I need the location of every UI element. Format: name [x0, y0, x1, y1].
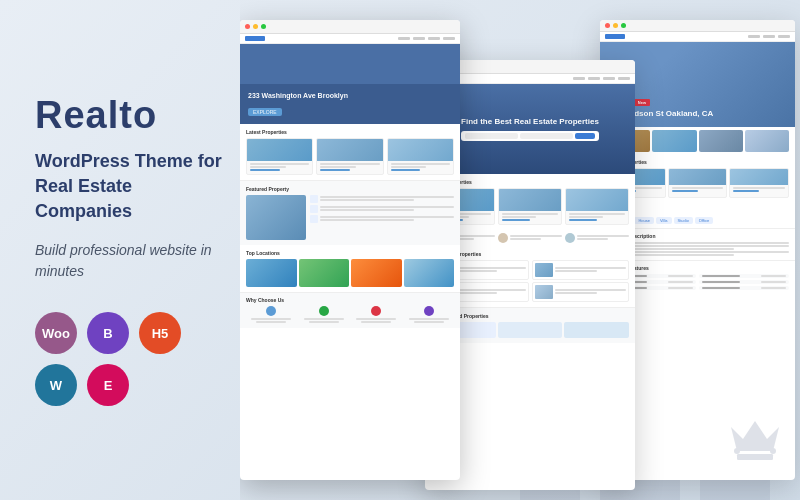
ss3-thumb-4 — [745, 130, 789, 152]
ss3-header — [600, 20, 795, 32]
ss1-why-line — [361, 321, 391, 323]
svg-rect-6 — [737, 454, 773, 460]
ss2-agent-2 — [498, 233, 562, 243]
ss3-navbar — [600, 32, 795, 42]
ss1-featured-content — [246, 195, 454, 240]
ss1-loc-grid — [246, 259, 454, 287]
ss3-feat-val — [668, 275, 693, 277]
ss1-why-4 — [404, 306, 454, 324]
ss1-line — [320, 166, 356, 168]
svg-point-7 — [734, 448, 740, 454]
ss3-feat-label — [702, 275, 740, 277]
html5-icon: H5 — [139, 312, 181, 354]
ss1-feat-row — [310, 215, 454, 223]
ss1-line — [250, 166, 286, 168]
ss3-thumb-3 — [699, 130, 743, 152]
ss2-rated-title: Top Rated Properties — [431, 251, 629, 257]
ss1-loc-1 — [246, 259, 297, 287]
ss3-feat-label — [702, 287, 740, 289]
ss2-prop-cards — [431, 188, 629, 225]
ss2-nav-links — [573, 77, 630, 80]
ss2-agent-info-2 — [510, 235, 562, 241]
ss2-agent-line — [510, 235, 562, 237]
ss3-rc-img — [730, 169, 788, 185]
ss1-locations-title: Top Locations — [246, 250, 454, 256]
ss1-card1-body — [247, 161, 312, 174]
ss1-latest-title: Latest Properties — [246, 129, 454, 135]
ss1-line — [391, 163, 450, 165]
watermark-crown — [725, 415, 785, 475]
ss2-hero-inner: Find the Best Real Estate Properties — [453, 109, 607, 149]
ss2-nav-link — [603, 77, 615, 80]
ss1-latest-section: Latest Properties — [240, 124, 460, 180]
ss1-card-2 — [316, 138, 383, 175]
ss2-avatar-2 — [498, 233, 508, 243]
ss1-hero-title: 233 Washington Ave Brooklyn — [248, 91, 348, 100]
ss2-rated-info — [555, 289, 627, 295]
ss1-nav-link — [413, 37, 425, 40]
svg-point-9 — [770, 448, 776, 454]
bootstrap-icon: B — [87, 312, 129, 354]
ss2-of-2 — [498, 322, 563, 338]
ss1-why-icon — [319, 306, 329, 316]
brand-subtitle: WordPress Theme for Real Estate Companie… — [35, 149, 230, 225]
dot-yellow — [613, 23, 618, 28]
ss1-feat-icon — [310, 215, 318, 223]
ss3-feat-cell-6 — [699, 286, 789, 290]
ss1-why-icon — [371, 306, 381, 316]
ss3-rc-body — [669, 185, 727, 195]
ss1-card-3 — [387, 138, 454, 175]
ss2-card2-img — [499, 189, 561, 211]
ss3-feat-label — [702, 281, 740, 283]
left-panel: Realto WordPress Theme for Real Estate C… — [0, 0, 260, 500]
ss3-tag-5: Office — [695, 217, 713, 224]
ss2-latest-title: Latest Properties — [431, 179, 629, 185]
ss1-feat-line — [320, 209, 414, 211]
ss1-nav-link — [443, 37, 455, 40]
tech-icons-container: Woo B H5 W E — [35, 312, 230, 406]
ss2-line — [569, 213, 625, 215]
ss3-tag-3: Villa — [656, 217, 672, 224]
ss3-thumb-2 — [652, 130, 696, 152]
ss2-rated-line — [454, 292, 497, 294]
ss2-rated-grid — [431, 260, 629, 302]
ss1-feat-line — [320, 199, 414, 201]
brand-description: Build professional website in minutes — [35, 240, 230, 282]
ss1-card3-body — [388, 161, 453, 174]
ss3-nav-link — [748, 35, 760, 38]
ss3-card-3 — [729, 168, 789, 198]
ss1-why-line — [409, 318, 449, 320]
ss1-card-1 — [246, 138, 313, 175]
ss3-feat-cell-2 — [699, 274, 789, 278]
ss1-featured-section: Featured Property — [240, 180, 460, 245]
ss1-price — [320, 169, 350, 171]
ss1-why-icon — [424, 306, 434, 316]
screenshots-area: 233 Washington Ave Brooklyn EXPLORE Late… — [240, 0, 800, 500]
ss1-why-2 — [299, 306, 349, 324]
ss2-of-row — [431, 322, 629, 338]
ss2-rated-row-2 — [431, 282, 629, 302]
ss2-card3-img — [566, 189, 628, 211]
ss1-feat-icon — [310, 205, 318, 213]
ss2-nav-link — [588, 77, 600, 80]
ss1-feat-row — [310, 205, 454, 213]
ss3-rc-body — [730, 185, 788, 195]
ss2-agent-info-3 — [577, 235, 629, 241]
ss2-rated-info — [454, 267, 526, 273]
ss1-loc-4 — [404, 259, 455, 287]
ss2-rated-line — [454, 270, 497, 272]
ss1-featured-info — [310, 195, 454, 240]
ss2-rated-info — [555, 267, 627, 273]
dot-green — [261, 24, 266, 29]
ss1-why-line — [414, 321, 444, 323]
ss2-rated-img — [535, 285, 553, 299]
ss2-rated-line — [555, 267, 627, 269]
ss3-feat-val — [668, 287, 693, 289]
ss1-feat-row — [310, 195, 454, 203]
ss3-feat-cell-4 — [699, 280, 789, 284]
ss2-card-3 — [565, 188, 629, 225]
ss1-why-title: Why Choose Us — [246, 297, 454, 303]
ss1-feat-line — [320, 206, 454, 208]
ss2-card-2 — [498, 188, 562, 225]
ss1-hero-text: 233 Washington Ave Brooklyn EXPLORE — [248, 91, 348, 118]
